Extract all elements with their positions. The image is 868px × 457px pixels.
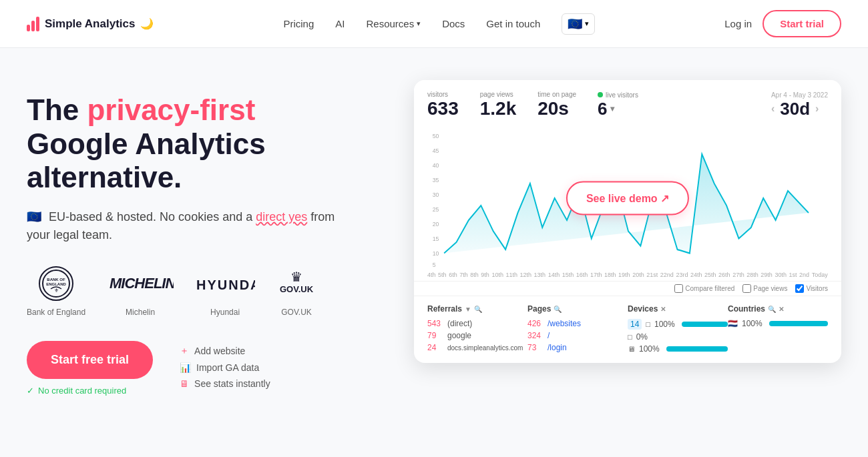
logo-bar-1 xyxy=(27,25,30,31)
boe-svg: BANK OF ENGLAND ⚜ xyxy=(41,269,71,298)
devices-col: Devices ✕ 14 □ 100% □ 0% 🖥 xyxy=(628,304,728,355)
govuk-logo-img: ♛ GOV.UK xyxy=(276,267,316,300)
countries-col: Countries 🔍 ✕ 🇳🇱 100% xyxy=(728,304,828,355)
svg-text:GOV.UK: GOV.UK xyxy=(280,284,314,294)
svg-text:45: 45 xyxy=(433,147,439,154)
live-visitors-chevron-icon: ▾ xyxy=(610,104,614,113)
pageviews-checkbox[interactable] xyxy=(742,284,751,293)
device-row-tablet: 🖥 100% xyxy=(628,343,728,355)
svg-text:5: 5 xyxy=(433,262,436,269)
nav-pricing[interactable]: Pricing xyxy=(283,18,314,29)
logo-bank-of-england: BANK OF ENGLAND ⚜ Bank of England xyxy=(27,266,85,317)
svg-text:HYUNDAI: HYUNDAI xyxy=(196,278,255,292)
no-credit-card-label: ✓ No credit card required xyxy=(27,386,153,396)
logo-icon xyxy=(27,17,39,31)
svg-text:35: 35 xyxy=(433,176,439,183)
govuk-label: GOV.UK xyxy=(281,308,312,317)
period-prev-icon[interactable]: ‹ xyxy=(771,103,775,115)
logo-michelin: MICHELIN Michelin xyxy=(107,266,174,317)
nav-get-in-touch[interactable]: Get in touch xyxy=(486,18,540,29)
devices-header: Devices ✕ xyxy=(628,304,728,314)
countries-close-icon[interactable]: ✕ xyxy=(779,306,784,313)
logo-govuk: ♛ GOV.UK GOV.UK xyxy=(276,266,316,317)
main-content: The privacy-first Google Analytics alter… xyxy=(0,48,868,457)
svg-text:15: 15 xyxy=(433,235,439,242)
device-row-mobile: □ 0% xyxy=(628,331,728,343)
check-icon: ✓ xyxy=(27,386,34,396)
stat-livevisitors: live visitors 6 ▾ xyxy=(598,91,638,119)
compare-filter-checkbox[interactable]: Compare filtered xyxy=(674,284,734,293)
hero-left: The privacy-first Google Analytics alter… xyxy=(27,80,387,396)
referrals-search-icon[interactable]: 🔍 xyxy=(474,306,482,313)
eu-flag-icon: 🇪🇺 xyxy=(568,17,582,31)
visitors-filter-checkbox[interactable]: Visitors xyxy=(795,284,828,293)
moon-icon: 🌙 xyxy=(140,17,154,30)
logo-bar-2 xyxy=(31,21,35,31)
referrals-filter-icon[interactable]: ▼ xyxy=(465,306,471,313)
start-trial-button[interactable]: Start trial xyxy=(763,10,841,37)
nav-left: Simple Analytics 🌙 xyxy=(27,17,154,31)
chart-area: 50 45 40 35 30 25 20 15 10 5 xyxy=(414,125,841,272)
pages-search-icon[interactable]: 🔍 xyxy=(554,306,562,313)
nav-links: Pricing AI Resources ▾ Docs Get in touch… xyxy=(283,13,595,35)
hero-highlight: privacy-first xyxy=(87,93,255,126)
page-row-root: 324 / xyxy=(527,330,628,342)
device-row-desktop: 14 □ 100% xyxy=(628,318,728,331)
feature-add-website: ＋ Add website xyxy=(180,345,270,357)
cta-row: Start free trial ✓ No credit card requir… xyxy=(27,341,387,396)
start-free-trial-button[interactable]: Start free trial xyxy=(27,341,153,379)
referrals-col: Referrals ▼ 🔍 543 (direct) 79 google 24 xyxy=(427,304,527,355)
navbar: Simple Analytics 🌙 Pricing AI Resources … xyxy=(0,0,868,48)
logo-hyundai: HYUNDAI Hyundai xyxy=(195,266,255,317)
hyundai-label: Hyundai xyxy=(210,308,240,317)
customer-logos: BANK OF ENGLAND ⚜ Bank of England MICHEL… xyxy=(27,266,387,317)
countries-search-icon[interactable]: 🔍 xyxy=(768,306,776,313)
svg-text:ENGLAND: ENGLAND xyxy=(46,282,66,286)
login-button[interactable]: Log in xyxy=(724,18,752,29)
visitors-checkbox[interactable] xyxy=(795,284,804,293)
cta-button-wrap: Start free trial ✓ No credit card requir… xyxy=(27,341,153,396)
svg-text:BANK OF: BANK OF xyxy=(47,278,65,282)
boe-logo-img: BANK OF ENGLAND ⚜ xyxy=(39,266,73,301)
nav-resources-dropdown[interactable]: Resources ▾ xyxy=(366,18,421,29)
chart-icon: 📊 xyxy=(180,362,191,373)
compare-checkbox[interactable] xyxy=(674,284,683,293)
direct-yes-link[interactable]: direct yes xyxy=(256,210,307,223)
hyundai-logo-img: HYUNDAI xyxy=(195,267,255,300)
monitor-icon: 🖥 xyxy=(180,378,189,389)
stat-visitors: visitors 633 xyxy=(427,91,459,119)
filter-row: Compare filtered Page views Visitors xyxy=(414,281,841,296)
feature-import-ga: 📊 Import GA data xyxy=(180,362,270,373)
devices-close-icon[interactable]: ✕ xyxy=(660,306,666,313)
logo-text: Simple Analytics xyxy=(45,17,135,31)
eu-badge-icon: 🇪🇺 xyxy=(27,210,41,223)
period-next-icon[interactable]: › xyxy=(815,103,819,115)
live-dot-icon xyxy=(598,92,603,97)
logo-bar-3 xyxy=(36,17,39,31)
live-demo-button[interactable]: See live demo ↗ xyxy=(566,181,689,215)
dashboard-table: Referrals ▼ 🔍 543 (direct) 79 google 24 xyxy=(414,296,841,363)
date-range: Apr 4 - May 3 2022 ‹ 30d › xyxy=(771,91,828,119)
svg-text:20: 20 xyxy=(433,220,439,227)
nav-right: Log in Start trial xyxy=(724,10,841,37)
page-row-websites: 426 /websites xyxy=(527,318,628,330)
hero-subtitle: 🇪🇺 EU-based & hosted. No cookies and a d… xyxy=(27,208,347,244)
chart-x-labels: 4th5th6th7th8th9th10th11th12th13th14th15… xyxy=(414,272,841,281)
svg-text:⚜: ⚜ xyxy=(54,288,59,294)
svg-text:30: 30 xyxy=(433,191,439,198)
language-selector[interactable]: 🇪🇺 ▾ xyxy=(562,13,595,35)
chevron-down-icon: ▾ xyxy=(417,19,421,28)
pageviews-filter-checkbox[interactable]: Page views xyxy=(742,284,787,293)
michelin-logo-img: MICHELIN xyxy=(107,268,174,299)
svg-text:40: 40 xyxy=(433,161,439,169)
svg-text:50: 50 xyxy=(433,132,439,139)
svg-text:25: 25 xyxy=(433,205,439,213)
dashboard-widget: visitors 633 page views 1.2k time on pag… xyxy=(414,80,841,363)
countries-header: Countries 🔍 ✕ xyxy=(728,304,828,314)
country-row-nl: 🇳🇱 100% xyxy=(728,318,828,330)
nav-docs[interactable]: Docs xyxy=(442,18,465,29)
nav-ai[interactable]: AI xyxy=(335,18,345,29)
svg-text:10: 10 xyxy=(433,250,439,257)
pages-col: Pages 🔍 426 /websites 324 / 73 /login xyxy=(527,304,628,355)
svg-text:♛: ♛ xyxy=(290,270,302,284)
